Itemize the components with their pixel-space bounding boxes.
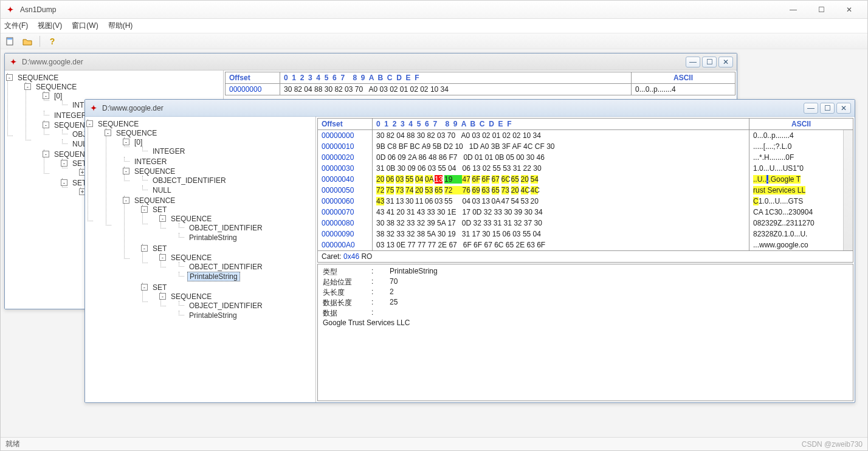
tree-node[interactable]: PrintableString [187,311,239,320]
hex-row[interactable]: 000000109B C8 BF BC A9 5B D2 10 1D A0 3B… [318,141,853,152]
hex-bytes: 03 13 0E 77 77 77 2E 67 6F 6F 67 6C 65 2… [373,239,749,250]
expand-toggle[interactable]: - [123,139,129,145]
hex-row[interactable]: 000000A003 13 0E 77 77 77 2E 67 6F 6F 67… [318,239,853,250]
hex-ascii: ...www.google.co [749,239,853,250]
tree-node[interactable]: SEQUENCE [169,253,213,262]
hex-bytes: 31 0B 30 09 06 03 55 04 06 13 02 55 53 3… [373,163,749,174]
tree-node[interactable]: INTEGER [133,157,168,166]
expand-toggle[interactable]: - [43,122,49,128]
expand-toggle[interactable]: - [159,293,166,300]
maximize-button[interactable]: ☐ [808,4,835,16]
tree-node[interactable]: OBJECT_IDENTIFIER [151,176,228,185]
tree-node[interactable]: SEQUENCE [133,167,177,176]
tree-node[interactable]: SEQUENCE [133,196,177,205]
expand-toggle[interactable]: - [86,120,93,127]
hex-ascii: 082329Z..2311270 [749,218,853,229]
expand-toggle[interactable]: - [43,151,49,157]
expand-toggle[interactable]: - [159,215,166,222]
expand-toggle[interactable]: - [123,197,129,204]
hex-row[interactable]: 00000000 30 82 04 88 30 82 03 70 A0 03 0… [226,84,735,95]
child2-tree[interactable]: -SEQUENCE-SEQUENCE-[0]INTEGERINTEGER-SEQ… [85,117,316,402]
child1-minimize-button[interactable]: — [686,57,700,67]
tree-node[interactable]: SET [151,283,168,292]
open-button[interactable] [21,35,33,47]
detail-data: Google Trust Services LLC [323,318,848,327]
child-window-2[interactable]: ✦ D:\www.google.der — ☐ ✕ -SEQUENCE-SEQU… [84,99,855,403]
child2-maximize-button[interactable]: ☐ [820,103,835,114]
expand-toggle[interactable]: - [61,160,67,167]
tree-node[interactable]: SEQUENCE [169,215,213,223]
scrollbar[interactable] [843,130,853,250]
hex-row[interactable]: 0000003031 0B 30 09 06 03 55 04 06 13 02… [318,163,853,174]
minimize-button[interactable]: — [780,4,807,16]
hex-row[interactable]: 0000008030 38 32 33 32 39 5A 17 0D 32 33… [318,218,853,229]
menu-window[interactable]: 窗口(W) [72,21,98,31]
detail-value: 70 [390,277,398,287]
tree-node[interactable]: [0] [52,92,64,100]
child1-maximize-button[interactable]: ☐ [702,57,717,67]
tree-node[interactable]: SET [151,244,168,253]
expand-toggle[interactable]: - [61,179,67,186]
expand-toggle[interactable]: - [141,284,148,291]
tree-node[interactable]: [0] [133,138,144,146]
help-button[interactable]: ? [46,35,58,47]
document-icon: ✦ [9,57,18,67]
expand-toggle[interactable]: - [159,254,166,261]
caret-mode: RO [361,252,372,261]
hex-ascii: 82328Z0.1.0...U. [749,229,853,239]
tree-node[interactable]: SEQUENCE [169,292,213,301]
hex-row[interactable]: 0000005072 75 73 74 20 53 65 72 76 69 63… [318,185,853,196]
tree-node[interactable]: INTEGER [52,111,88,120]
detail-key: 头长度 [323,287,371,298]
hex-row[interactable]: 0000009038 32 33 32 38 5A 30 19 31 17 30… [318,229,853,239]
expand-toggle[interactable]: - [123,168,129,174]
expand-toggle[interactable]: - [141,206,148,213]
hex-offset: 00000020 [318,152,373,163]
new-button[interactable] [4,35,16,47]
hex-row[interactable]: 000000200D 06 09 2A 86 48 86 F7 0D 01 01… [318,152,853,163]
tree-node[interactable]: SEQUENCE [16,74,60,82]
menu-view[interactable]: 视图(V) [38,21,62,31]
menubar: 文件(F) 视图(V) 窗口(W) 帮助(H) [1,19,867,33]
tree-node[interactable]: OBJECT_IDENTIFIER [187,224,264,232]
tree-node[interactable]: SET [151,205,168,214]
hex-offset: 00000050 [318,185,373,196]
tree-node[interactable]: OBJECT_IDENTIFIER [187,301,264,310]
hex-row[interactable]: 0000006043 31 13 30 11 06 03 55 04 03 13… [318,196,853,207]
hex-ascii: C1.0...U....GTS [749,196,853,207]
hex-row[interactable]: 0000007043 41 20 31 43 33 30 1E 17 0D 32… [318,207,853,218]
expand-toggle[interactable]: - [141,245,148,252]
child1-close-button[interactable]: ✕ [718,57,733,67]
watermark: CSDN @zweib730 [802,440,863,449]
child1-hexview[interactable]: Offset 0 1 2 3 4 5 6 7 8 9 A B C D E F A… [225,72,735,95]
child2-titlebar[interactable]: ✦ D:\www.google.der — ☐ ✕ [85,100,855,117]
tree-node[interactable]: NULL [151,186,173,195]
hex-row[interactable]: 0000000030 82 04 88 30 82 03 70 A0 03 02… [318,130,853,141]
tree-node[interactable]: OBJECT_IDENTIFIER [187,263,264,271]
hex-offset: 00000060 [318,196,373,207]
tree-node[interactable]: PrintableString [187,233,239,242]
tree-node[interactable]: INTEGER [151,147,187,156]
menu-file[interactable]: 文件(F) [4,21,28,31]
menu-help[interactable]: 帮助(H) [108,21,133,31]
tree-node[interactable]: SEQUENCE [34,83,78,91]
tree-node[interactable]: SEQUENCE [96,120,140,128]
status-text: 就绪 [5,439,20,449]
hex-row[interactable]: 0000004020 06 03 55 04 0A 13 19 47 6F 6F… [318,174,853,185]
child2-minimize-button[interactable]: — [804,103,818,114]
expand-toggle[interactable]: - [6,74,13,81]
close-button[interactable]: ✕ [836,4,863,16]
hex-header-ascii: ASCII [749,119,853,129]
tree-node[interactable]: PrintableString [187,272,240,281]
expand-toggle[interactable]: - [43,92,49,99]
main-window: ✦ Asn1Dump — ☐ ✕ 文件(F) 视图(V) 窗口(W) 帮助(H)… [0,0,868,451]
hex-header-ascii: ASCII [632,72,735,83]
expand-toggle[interactable]: - [24,83,31,90]
expand-toggle[interactable]: - [105,129,111,136]
caret-bar: Caret: 0x46 RO [318,250,853,262]
child1-titlebar[interactable]: ✦ D:\www.google.der — ☐ ✕ [5,53,737,71]
child2-close-button[interactable]: ✕ [836,103,851,114]
child2-hexview[interactable]: Offset 0 1 2 3 4 5 6 7 8 9 A B C D E F A… [317,118,853,263]
hex-bytes: 0D 06 09 2A 86 48 86 F7 0D 01 01 0B 05 0… [373,152,749,163]
tree-node[interactable]: SEQUENCE [114,129,159,137]
